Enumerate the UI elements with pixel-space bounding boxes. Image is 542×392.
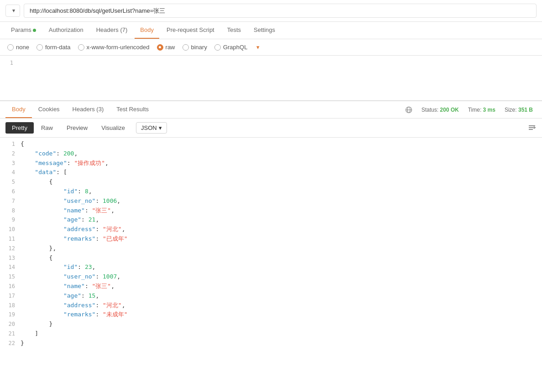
url-input[interactable] — [24, 4, 537, 18]
line-number: 4 — [0, 168, 21, 177]
line-code: "age": 21, — [21, 215, 99, 225]
raw-label-resp: Raw — [41, 124, 53, 131]
tab-tests[interactable]: Tests — [222, 22, 246, 39]
tab-authorization[interactable]: Authorization — [43, 22, 89, 39]
resp-testresults-label: Test Results — [116, 106, 149, 113]
request-body-editor: 1 — [0, 56, 542, 101]
option-form-data[interactable]: form-data — [36, 44, 71, 51]
status-label: Status: 200 OK — [422, 107, 459, 113]
line-code: "address": "河北", — [21, 301, 125, 310]
response-line: 1{ — [0, 139, 542, 149]
line-number: 17 — [0, 291, 21, 300]
line-code: "name": "张三", — [21, 206, 115, 216]
line-code: { — [21, 177, 52, 187]
option-none[interactable]: none — [7, 44, 29, 51]
body-label: Body — [140, 26, 154, 33]
line-code: }, — [21, 244, 56, 253]
globe-icon — [405, 106, 412, 113]
resp-view-raw[interactable]: Raw — [35, 122, 59, 134]
params-label: Params — [11, 26, 31, 33]
resp-json-select[interactable]: JSON ▾ — [136, 122, 167, 134]
resp-json-label: JSON — [141, 124, 157, 131]
response-line: 13 { — [0, 253, 542, 263]
prerequest-label: Pre-request Script — [167, 26, 214, 33]
response-line: 7 "user_no": 1006, — [0, 196, 542, 206]
resp-tab-body[interactable]: Body — [5, 101, 32, 118]
option-graphql[interactable]: GraphQL — [214, 44, 247, 51]
option-raw[interactable]: raw — [157, 44, 175, 51]
body-options: none form-data x-www-form-urlencoded raw… — [0, 39, 542, 56]
line-number: 12 — [0, 244, 21, 253]
wrap-icon[interactable] — [527, 124, 537, 133]
resp-headers-label: Headers (3) — [73, 106, 104, 113]
preview-label: Preview — [67, 124, 88, 131]
response-line: 10 "address": "河北", — [0, 225, 542, 234]
resp-tab-cookies[interactable]: Cookies — [32, 101, 66, 118]
line-number: 6 — [0, 187, 21, 196]
radio-raw — [157, 44, 163, 51]
settings-label: Settings — [254, 26, 275, 33]
line-code: "code": 200, — [21, 149, 78, 159]
response-view-tabs: Pretty Raw Preview Visualize JSON ▾ — [0, 119, 542, 138]
method-select[interactable]: ▾ — [5, 5, 20, 17]
tab-settings[interactable]: Settings — [248, 22, 281, 39]
line-code: "address": "河北", — [21, 225, 125, 234]
line-number: 1 — [0, 139, 21, 149]
req-editor-line-1: 1 — [0, 59, 542, 67]
line-code: "user_no": 1006, — [21, 196, 120, 206]
line-code: "id": 23, — [21, 263, 95, 272]
radio-urlencoded — [78, 44, 84, 51]
tests-label: Tests — [227, 26, 241, 33]
none-label: none — [16, 44, 29, 51]
line-number: 18 — [0, 301, 21, 310]
tab-body[interactable]: Body — [135, 22, 159, 39]
line-number: 2 — [0, 149, 21, 158]
resp-view-visualize[interactable]: Visualize — [95, 122, 131, 134]
resp-tab-testresults[interactable]: Test Results — [110, 101, 155, 118]
resp-body-label: Body — [12, 106, 26, 113]
line-number: 9 — [0, 215, 21, 224]
json-dropdown[interactable]: ▾ — [255, 44, 260, 51]
response-line: 5 { — [0, 177, 542, 187]
req-line-num-1: 1 — [0, 60, 21, 66]
resp-view-preview[interactable]: Preview — [60, 122, 94, 134]
response-line: 8 "name": "张三", — [0, 206, 542, 216]
form-data-label: form-data — [45, 44, 71, 51]
line-code: "remarks": "已成年" — [21, 234, 128, 244]
size-value: 351 B — [518, 107, 533, 113]
radio-binary — [182, 44, 189, 51]
line-number: 13 — [0, 253, 21, 263]
resp-cookies-label: Cookies — [38, 106, 60, 113]
line-number: 20 — [0, 320, 21, 329]
response-body: 1{2 "code": 200,3 "message": "操作成功",4 "d… — [0, 138, 542, 350]
tab-headers[interactable]: Headers (7) — [91, 22, 133, 39]
tab-params[interactable]: Params — [5, 22, 42, 39]
binary-label: binary — [191, 44, 207, 51]
option-urlencoded[interactable]: x-www-form-urlencoded — [78, 44, 150, 51]
line-code: } — [21, 320, 52, 329]
line-number: 8 — [0, 206, 21, 215]
line-number: 7 — [0, 196, 21, 206]
response-line: 6 "id": 8, — [0, 187, 542, 196]
params-dot — [33, 29, 36, 32]
urlencoded-label: x-www-form-urlencoded — [87, 44, 150, 51]
response-line: 22} — [0, 339, 542, 348]
response-line: 14 "id": 23, — [0, 263, 542, 272]
method-arrow: ▾ — [12, 8, 15, 14]
line-code: "name": "张三", — [21, 282, 115, 291]
line-code: "data": [ — [21, 168, 67, 177]
line-number: 19 — [0, 310, 21, 319]
response-line: 17 "age": 15, — [0, 291, 542, 301]
response-tabs-bar: Body Cookies Headers (3) Test Results St… — [0, 101, 542, 119]
resp-tab-headers[interactable]: Headers (3) — [66, 101, 110, 118]
line-code: { — [21, 253, 52, 263]
url-bar: ▾ — [0, 0, 542, 22]
graphql-label: GraphQL — [223, 44, 247, 51]
resp-view-pretty[interactable]: Pretty — [5, 122, 34, 134]
tab-prerequest[interactable]: Pre-request Script — [161, 22, 220, 39]
line-number: 22 — [0, 339, 21, 348]
line-number: 11 — [0, 234, 21, 243]
line-code: { — [21, 139, 24, 149]
option-binary[interactable]: binary — [182, 44, 207, 51]
response-line: 19 "remarks": "未成年" — [0, 310, 542, 320]
